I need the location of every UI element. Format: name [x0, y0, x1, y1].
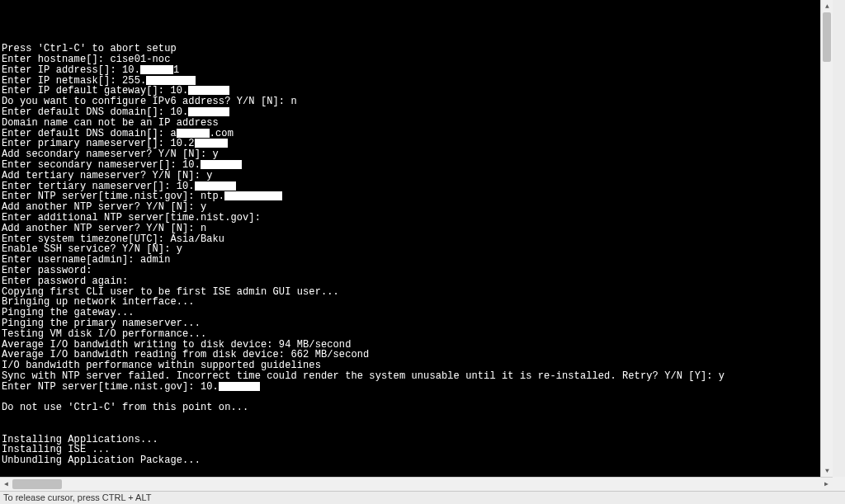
- redaction-block: [146, 76, 196, 85]
- vertical-scroll-thumb[interactable]: [823, 12, 831, 62]
- console-line: Enter username[admin]: admin: [2, 255, 833, 266]
- horizontal-scroll-track[interactable]: [12, 478, 820, 491]
- console-line: Enter password:: [2, 266, 833, 276]
- horizontal-scrollbar[interactable]: ◀ ▶: [0, 477, 833, 491]
- console-line: [2, 12, 833, 23]
- console-line: [2, 2, 833, 12]
- vertical-scrollbar[interactable]: ▲ ▼: [820, 0, 833, 477]
- console-line: Enter secondary nameserver[]: 10.: [2, 160, 833, 171]
- status-bar: To release cursor, press CTRL + ALT: [0, 491, 845, 504]
- console-line: Enter hostname[]: cise01-noc: [2, 54, 833, 65]
- console-viewport[interactable]: Press 'Ctrl-C' to abort setupEnter hostn…: [0, 0, 833, 477]
- console-line: [2, 413, 833, 424]
- vertical-scroll-track[interactable]: [821, 12, 833, 464]
- scroll-down-arrow-icon[interactable]: ▼: [821, 464, 833, 477]
- console-line: Enter IP address[]: 10.1: [2, 65, 833, 76]
- redaction-block: [224, 191, 282, 200]
- scroll-up-arrow-icon[interactable]: ▲: [821, 0, 833, 12]
- redaction-block: [177, 129, 210, 138]
- redaction-block: [195, 139, 228, 148]
- redaction-block: [188, 107, 229, 116]
- console-line: [2, 424, 833, 435]
- redaction-block: [140, 65, 173, 74]
- scroll-right-arrow-icon[interactable]: ▶: [820, 478, 833, 490]
- console-line: Add another NTP server? Y/N [N]: n: [2, 224, 833, 234]
- console-line: Enter NTP server[time.nist.gov]: 10.: [2, 382, 833, 393]
- redaction-block: [219, 382, 260, 391]
- vm-console-window: Press 'Ctrl-C' to abort setupEnter hostn…: [0, 0, 845, 504]
- console-line: Enter additional NTP server[time.nist.go…: [2, 213, 833, 224]
- status-text: To release cursor, press CTRL + ALT: [3, 492, 151, 502]
- horizontal-scroll-thumb[interactable]: [12, 479, 62, 489]
- console-line: Enter default DNS domain[]: 10.: [2, 107, 833, 118]
- console-line: Pinging the gateway...: [2, 308, 833, 318]
- redaction-block: [201, 160, 242, 169]
- console-line: Unbundling Application Package...: [2, 455, 833, 466]
- console-line: Add tertiary nameserver? Y/N [N]: y: [2, 171, 833, 181]
- console-line: Installing Applications...: [2, 435, 833, 445]
- console-line: [2, 23, 833, 34]
- redaction-block: [195, 181, 236, 191]
- console-line: Pinging the primary nameserver...: [2, 318, 833, 329]
- scrollbar-corner: [833, 477, 845, 491]
- console-line: Do not use 'Ctrl-C' from this point on..…: [2, 403, 833, 413]
- console-output: Press 'Ctrl-C' to abort setupEnter hostn…: [0, 0, 833, 477]
- console-line: Domain name can not be an IP address: [2, 118, 833, 129]
- console-line: I/O bandwidth performance within support…: [2, 360, 833, 371]
- console-line: Sync with NTP server failed. Incorrect t…: [2, 371, 833, 382]
- console-line: Enter password again:: [2, 276, 833, 287]
- console-line: Testing VM disk I/O performance...: [2, 329, 833, 340]
- scroll-left-arrow-icon[interactable]: ◀: [0, 478, 12, 490]
- redaction-block: [188, 86, 229, 95]
